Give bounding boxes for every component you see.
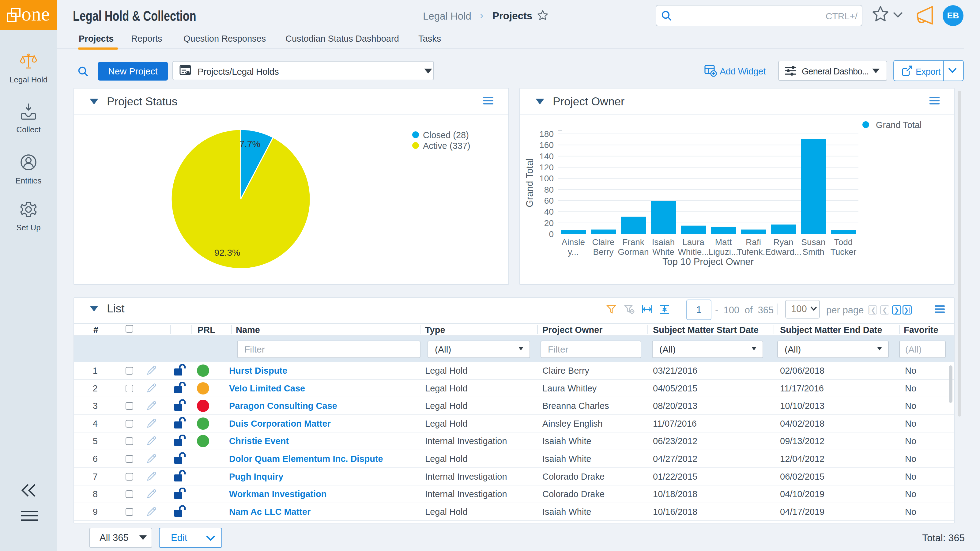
svg-text:Rafi: Rafi [746, 237, 761, 247]
svg-text:Ainsle: Ainsle [562, 237, 585, 247]
svg-text:one: one [21, 6, 49, 25]
svg-text:120: 120 [539, 162, 554, 172]
svg-text:Grand Total: Grand Total [876, 120, 921, 130]
svg-text:Berry: Berry [593, 247, 614, 256]
svg-text:Smith: Smith [802, 247, 824, 256]
svg-text:Isaiah: Isaiah [652, 237, 675, 247]
svg-text:Susan: Susan [801, 237, 825, 247]
svg-text:20: 20 [544, 218, 554, 228]
svg-text:140: 140 [539, 151, 554, 161]
svg-text:Todd: Todd [834, 237, 853, 247]
svg-text:40: 40 [544, 207, 554, 217]
svg-text:80: 80 [544, 185, 554, 194]
svg-text:92.3%: 92.3% [214, 247, 240, 258]
svg-text:Matt: Matt [715, 237, 732, 247]
svg-text:White: White [652, 247, 675, 256]
svg-text:7.7%: 7.7% [240, 139, 260, 149]
svg-text:Top 10 Project Owner: Top 10 Project Owner [662, 256, 754, 267]
svg-text:60: 60 [544, 196, 554, 205]
svg-text:Whitle...: Whitle... [678, 247, 709, 256]
svg-text:Ryan: Ryan [773, 237, 793, 247]
svg-text:y...: y... [568, 247, 579, 256]
svg-text:100: 100 [539, 174, 554, 183]
svg-text:Gorman: Gorman [618, 247, 649, 256]
svg-text:Claire: Claire [592, 237, 614, 247]
svg-text:Grand Total: Grand Total [524, 158, 535, 207]
svg-text:Edward...: Edward... [765, 247, 802, 256]
svg-text:Closed (28): Closed (28) [423, 130, 469, 140]
svg-text:Active (337): Active (337) [423, 141, 470, 151]
svg-text:0: 0 [549, 229, 554, 239]
svg-text:Liguzi...: Liguzi... [709, 247, 738, 256]
svg-text:Tucker: Tucker [830, 247, 857, 256]
svg-text:180: 180 [539, 129, 554, 139]
svg-text:Frank: Frank [622, 237, 645, 247]
svg-text:Tufenk...: Tufenk... [737, 247, 770, 256]
svg-text:Laura: Laura [682, 237, 705, 247]
svg-text:160: 160 [539, 140, 554, 150]
